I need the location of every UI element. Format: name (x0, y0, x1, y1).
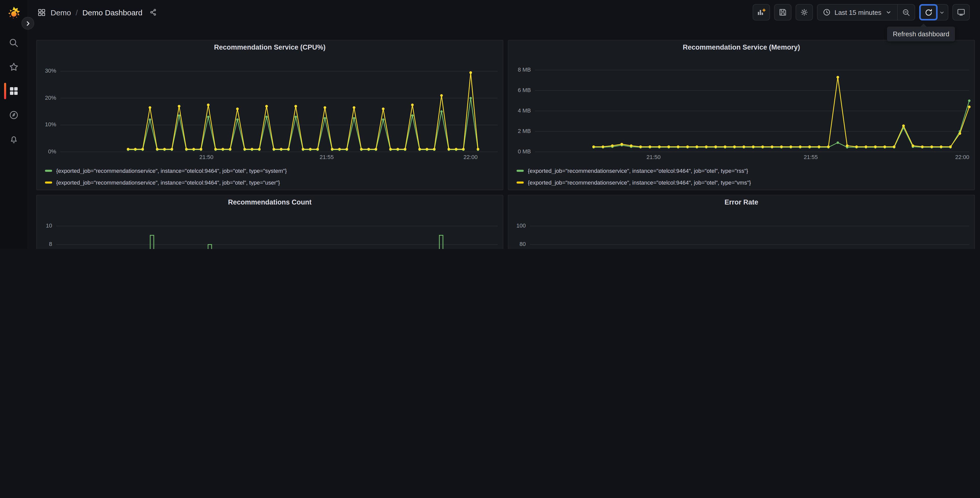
y-axis-tick-label: 20% (37, 94, 56, 101)
legend-series-swatch (45, 170, 52, 172)
kiosk-monitor-icon (956, 8, 966, 17)
y-axis-tick-label: 10 (37, 222, 52, 228)
clock-icon (822, 8, 831, 16)
panel-header[interactable]: Recommendation Service (Memory) (508, 40, 974, 54)
refresh-interval-dropdown[interactable] (936, 4, 948, 21)
dashboard-panel: Recommendation Service (CPU%) 0%10%20%30… (36, 40, 503, 190)
x-axis-tick-label: 22:00 (955, 154, 969, 160)
zoom-out-button[interactable] (897, 5, 915, 20)
add-panel-icon (757, 8, 766, 17)
dashboard-grid: Recommendation Service (CPU%) 0%10%20%30… (28, 24, 980, 249)
refresh-tooltip: Refresh dashboard (887, 27, 955, 42)
breadcrumb-separator: / (76, 8, 78, 17)
sidebar-item-alerting[interactable] (0, 134, 28, 144)
tooltip-text: Refresh dashboard (893, 30, 949, 38)
y-axis-tick-label: 10% (37, 121, 56, 128)
legend-item[interactable]: {exported_job="recommendationservice", i… (45, 166, 499, 176)
legend-series-label: {exported_job="recommendationservice", i… (528, 168, 748, 174)
sidebar-item-explore[interactable] (0, 110, 28, 120)
bell-icon (9, 134, 19, 144)
x-axis-tick-label: 21:50 (199, 154, 213, 160)
save-dashboard-button[interactable] (774, 4, 791, 21)
panel-chart[interactable]: 0 MB2 MB4 MB6 MB8 MB (508, 54, 974, 154)
grafana-app: ? Demo / Demo Dashboard (0, 0, 980, 249)
panel-title[interactable]: Recommendation Service (CPU%) (214, 43, 326, 51)
dashboards-icon (9, 86, 19, 96)
panel-legend: {exported_job="recommendationservice", i… (37, 162, 503, 190)
star-icon (9, 62, 19, 72)
chevron-down-icon (885, 9, 892, 16)
dashboard-toolbar: Last 15 minutes (752, 4, 970, 21)
grafana-logo-icon (6, 6, 21, 21)
x-axis-labels: 21:5021:5522:00 (508, 154, 974, 162)
add-panel-button[interactable] (752, 4, 770, 21)
panel-header[interactable]: Error Rate (508, 195, 974, 209)
dashboard-panel: Error Rate 020406080100 21:5021:5522:00 … (508, 195, 975, 249)
x-axis-tick-label: 21:55 (320, 154, 334, 160)
zoom-out-icon (902, 8, 910, 17)
x-axis-tick-label: 21:55 (804, 154, 818, 160)
panel-chart[interactable]: 0246810 (37, 209, 503, 249)
y-axis-tick-label: 2 MB (508, 128, 531, 134)
y-axis-tick-label: 4 MB (508, 107, 531, 113)
y-axis-tick-label: 80 (508, 241, 526, 247)
dashboard-settings-button[interactable] (795, 4, 813, 21)
breadcrumb-folder[interactable]: Demo (51, 8, 71, 17)
panel-title[interactable]: Recommendation Service (Memory) (682, 43, 800, 51)
dashboard-panel: Recommendation Service (Memory) 0 MB2 MB… (508, 40, 975, 190)
sidebar-item-dashboards[interactable] (0, 86, 28, 96)
sidebar-item-search[interactable] (0, 38, 28, 48)
legend-series-label: {exported_job="recommendationservice", i… (56, 168, 287, 174)
chevron-right-icon (24, 20, 32, 27)
sidebar: ? (0, 0, 28, 249)
legend-series-swatch (517, 182, 524, 184)
compass-icon (9, 110, 19, 120)
x-axis-tick-label: 22:00 (463, 154, 477, 160)
legend-item[interactable]: {exported_job="recommendationservice", i… (45, 177, 499, 188)
breadcrumb-current[interactable]: Demo Dashboard (82, 8, 142, 17)
top-navigation-bar: Demo / Demo Dashboard Last 15 minutes (28, 0, 980, 24)
panel-header[interactable]: Recommendations Count (37, 195, 503, 209)
y-axis-tick-label: 8 MB (508, 67, 531, 73)
legend-item[interactable]: {exported_job="recommendationservice", i… (517, 177, 970, 188)
legend-series-swatch (517, 170, 524, 172)
panel-title[interactable]: Recommendations Count (228, 198, 312, 206)
y-axis-tick-label: 8 (37, 241, 52, 247)
legend-series-label: {exported_job="recommendationservice", i… (528, 179, 751, 185)
gear-icon (800, 8, 809, 17)
breadcrumb: Demo / Demo Dashboard (37, 8, 158, 17)
refresh-button[interactable] (919, 4, 938, 21)
share-alt-icon (149, 8, 158, 16)
panel-title[interactable]: Error Rate (724, 198, 758, 206)
panel-chart[interactable]: 020406080100 (508, 209, 974, 249)
refresh-icon (924, 8, 933, 17)
refresh-group (919, 4, 948, 21)
legend-series-label: {exported_job="recommendationservice", i… (56, 179, 280, 185)
y-axis-tick-label: 6 MB (508, 87, 531, 93)
search-icon (9, 38, 19, 48)
legend-series-swatch (45, 182, 52, 184)
dashboard-panel: Recommendations Count 0246810 21:5021:55… (36, 195, 503, 249)
sidebar-expand-button[interactable] (21, 17, 34, 30)
y-axis-tick-label: 0% (37, 148, 56, 155)
active-indicator (4, 83, 6, 99)
y-axis-tick-label: 0 MB (508, 148, 531, 155)
panel-header[interactable]: Recommendation Service (CPU%) (37, 40, 503, 54)
x-axis-labels: 21:5021:5522:00 (37, 154, 503, 162)
sidebar-item-starred[interactable] (0, 62, 28, 72)
y-axis-tick-label: 100 (508, 222, 526, 228)
x-axis-tick-label: 21:50 (647, 154, 661, 160)
legend-item[interactable]: {exported_job="recommendationservice", i… (517, 166, 970, 176)
dashboards-breadcrumb-icon (37, 8, 46, 17)
y-axis-tick-label: 30% (37, 68, 56, 74)
panel-chart[interactable]: 0%10%20%30% (37, 54, 503, 154)
time-range-picker[interactable]: Last 15 minutes (818, 5, 897, 20)
kiosk-mode-button[interactable] (952, 4, 970, 21)
panel-legend: {exported_job="recommendationservice", i… (508, 162, 974, 190)
time-range-label: Last 15 minutes (834, 8, 881, 16)
save-icon (778, 8, 788, 17)
chevron-down-icon (939, 9, 945, 16)
time-range-group: Last 15 minutes (817, 4, 915, 21)
grafana-logo[interactable] (6, 6, 21, 21)
share-button[interactable] (149, 8, 158, 16)
